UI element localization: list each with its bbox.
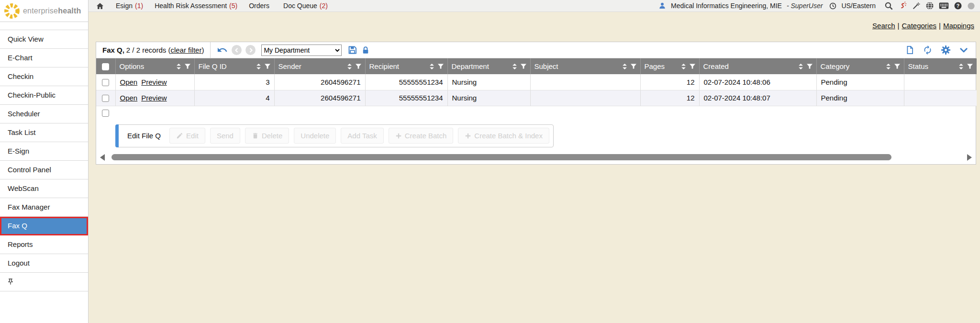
fax-q-table: Options File Q ID Sender Recipient Depar… <box>96 58 977 106</box>
nav-esign[interactable]: Esign(1) <box>116 2 143 10</box>
filter-funnel-icon[interactable] <box>894 64 900 69</box>
column-header-recipient[interactable]: Recipient <box>365 58 447 74</box>
sort-icon[interactable] <box>347 64 352 69</box>
sidebar-item-e-sign[interactable]: E-Sign <box>0 142 88 161</box>
gear-icon[interactable] <box>941 45 951 55</box>
column-header-department[interactable]: Department <box>447 58 530 74</box>
select-all-checkbox[interactable] <box>102 63 109 70</box>
new-document-icon[interactable] <box>905 45 914 55</box>
create-batch-button[interactable]: Create Batch <box>389 128 454 144</box>
search-link[interactable]: Search <box>872 22 895 30</box>
preview-link[interactable]: Preview <box>141 94 167 102</box>
table-header-row: Options File Q ID Sender Recipient Depar… <box>96 58 977 74</box>
sort-icon[interactable] <box>256 64 261 69</box>
sidebar: enterprisehealth Quick View E-Chart Chec… <box>0 0 89 323</box>
delete-button[interactable]: Delete <box>245 128 289 144</box>
filter-funnel-icon[interactable] <box>967 64 973 69</box>
sidebar-item-webscan[interactable]: WebScan <box>0 179 88 198</box>
sidebar-item-control-panel[interactable]: Control Panel <box>0 161 88 179</box>
keyboard-icon[interactable] <box>939 2 949 10</box>
open-link[interactable]: Open <box>120 78 138 86</box>
create-batch-index-button[interactable]: Create Batch & Index <box>458 128 549 144</box>
add-task-button[interactable]: Add Task <box>341 128 383 144</box>
sidebar-item-fax-manager[interactable]: Fax Manager <box>0 198 88 217</box>
undo-icon[interactable] <box>217 45 228 56</box>
column-header-pages[interactable]: Pages <box>640 58 699 74</box>
filter-funnel-icon[interactable] <box>356 64 361 69</box>
preview-link[interactable]: Preview <box>141 78 167 86</box>
next-icon[interactable] <box>245 45 256 55</box>
sort-icon[interactable] <box>176 64 181 69</box>
sort-icon[interactable] <box>886 64 891 69</box>
row-checkbox[interactable] <box>102 95 109 102</box>
filter-funnel-icon[interactable] <box>438 64 444 69</box>
refresh-icon[interactable] <box>923 45 933 55</box>
mappings-link[interactable]: Mappings <box>943 22 974 30</box>
sidebar-item-logout[interactable]: Logout <box>0 254 88 273</box>
department-select[interactable]: My Department <box>261 45 342 56</box>
scroll-right-arrow[interactable] <box>967 154 972 161</box>
sidebar-item-quick-view[interactable]: Quick View <box>0 30 88 49</box>
sidebar-item-reports[interactable]: Reports <box>0 235 88 254</box>
sidebar-item-task-list[interactable]: Task List <box>0 123 88 142</box>
prev-icon[interactable] <box>232 45 242 55</box>
globe-icon[interactable] <box>925 1 934 10</box>
clear-filter-link[interactable]: clear filter <box>170 46 201 54</box>
search-icon[interactable] <box>884 1 893 11</box>
nav-health-risk-assessment[interactable]: Health Risk Assessment(5) <box>155 2 237 10</box>
filter-funnel-icon[interactable] <box>690 64 695 69</box>
sidebar-item-e-chart[interactable]: E-Chart <box>0 49 88 67</box>
nav-doc-queue[interactable]: Doc Queue(2) <box>283 2 328 10</box>
cell-sender: 2604596271 <box>274 90 365 106</box>
home-icon[interactable] <box>96 2 104 10</box>
filter-funnel-icon[interactable] <box>521 64 526 69</box>
column-header-file-q-id[interactable]: File Q ID <box>194 58 274 74</box>
filter-funnel-icon[interactable] <box>631 64 636 69</box>
column-header-category[interactable]: Category <box>816 58 904 74</box>
sort-icon[interactable] <box>798 64 803 69</box>
column-header-status[interactable]: Status <box>904 58 977 74</box>
filter-funnel-icon[interactable] <box>807 64 813 69</box>
save-icon[interactable] <box>347 45 357 55</box>
categories-link[interactable]: Categories <box>902 22 937 30</box>
sidebar-item-scheduler[interactable]: Scheduler <box>0 105 88 123</box>
sidebar-item-checkin-public[interactable]: Checkin-Public <box>0 86 88 105</box>
column-header-sender[interactable]: Sender <box>274 58 365 74</box>
sidebar-item-fax-q[interactable]: Fax Q <box>0 217 88 235</box>
scrollbar-thumb[interactable] <box>111 154 891 160</box>
column-header-options[interactable]: Options <box>115 58 194 74</box>
sort-icon[interactable] <box>429 64 434 69</box>
undelete-button[interactable]: Undelete <box>294 128 336 144</box>
sort-icon[interactable] <box>622 64 627 69</box>
column-header-subject[interactable]: Subject <box>530 58 640 74</box>
plus-icon <box>395 133 402 139</box>
row-checkbox[interactable] <box>102 79 109 86</box>
main-content: Search|Categories|Mappings Fax Q,2 / 2 r… <box>89 12 980 323</box>
sort-icon[interactable] <box>958 64 964 69</box>
sort-icon[interactable] <box>681 64 686 69</box>
quicklinks: Search|Categories|Mappings <box>872 22 974 30</box>
send-button[interactable]: Send <box>210 128 240 144</box>
help-icon[interactable]: ? <box>954 1 962 10</box>
sort-icon[interactable] <box>512 64 517 69</box>
chevron-down-icon[interactable] <box>959 45 969 55</box>
edit-button[interactable]: Edit <box>169 128 205 144</box>
trash-icon <box>252 132 259 139</box>
lock-icon[interactable] <box>361 45 370 55</box>
scroll-left-arrow[interactable] <box>100 154 105 161</box>
presence-circle-icon[interactable] <box>967 2 975 10</box>
pin-icon[interactable] <box>7 278 14 286</box>
horizontal-scrollbar <box>99 154 973 161</box>
column-header-created[interactable]: Created <box>699 58 816 74</box>
sidebar-item-checkin[interactable]: Checkin <box>0 67 88 86</box>
spark-icon[interactable] <box>898 1 907 11</box>
filter-funnel-icon[interactable] <box>265 64 270 69</box>
nav-orders[interactable]: Orders <box>249 2 272 10</box>
spare-row-checkbox[interactable] <box>102 110 109 117</box>
open-link[interactable]: Open <box>120 94 138 102</box>
cell-category: Pending <box>816 74 904 90</box>
wand-icon[interactable] <box>912 1 921 10</box>
user-role: - SuperUser <box>787 2 823 10</box>
cell-status <box>904 90 977 106</box>
filter-funnel-icon[interactable] <box>185 64 190 69</box>
